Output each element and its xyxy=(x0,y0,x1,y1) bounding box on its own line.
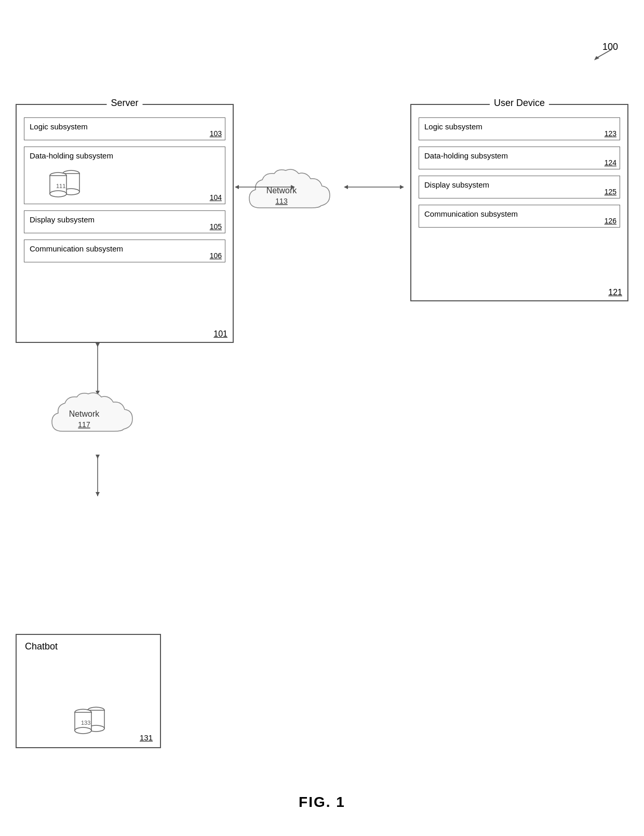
server-network-arrow xyxy=(234,182,296,192)
ud-comm-label: Communication subsystem xyxy=(424,209,518,218)
server-dataholding-subsystem: Data-holding subsystem 111 104 xyxy=(24,147,225,204)
server-title: Server xyxy=(106,98,142,109)
svg-text:117: 117 xyxy=(78,420,90,429)
server-comm-ref: 106 xyxy=(210,251,222,260)
ud-dataholding-ref: 124 xyxy=(605,158,616,167)
ud-dataholding-subsystem: Data-holding subsystem 124 xyxy=(419,147,620,169)
server-display-label: Display subsystem xyxy=(30,215,95,224)
server-ref: 101 xyxy=(213,329,227,339)
chatbot-box: Chatbot 131 133 xyxy=(16,634,161,748)
network-userdevice-arrow xyxy=(343,182,405,192)
server-dataholding-ref: 104 xyxy=(210,193,222,202)
server-logic-label: Logic subsystem xyxy=(30,122,88,131)
chatbot-db-icon: 133 xyxy=(70,701,106,737)
server-logic-ref: 103 xyxy=(210,129,222,138)
server-display-ref: 105 xyxy=(210,222,222,231)
ud-logic-label: Logic subsystem xyxy=(424,122,482,131)
arrow-100-icon xyxy=(591,47,617,62)
ud-comm-subsystem: Communication subsystem 126 xyxy=(419,205,620,228)
ud-display-label: Display subsystem xyxy=(424,180,489,189)
svg-marker-12 xyxy=(235,185,239,189)
cloud-113-icon: Network 113 xyxy=(244,166,338,223)
ud-logic-ref: 123 xyxy=(605,129,616,138)
svg-marker-23 xyxy=(96,455,100,459)
chatbot-title: Chatbot xyxy=(25,641,58,652)
server-logic-subsystem: Logic subsystem 103 xyxy=(24,117,225,140)
cloud-117-icon: Network 117 xyxy=(47,390,140,447)
svg-point-30 xyxy=(75,727,91,734)
svg-marker-13 xyxy=(291,185,295,189)
ud-logic-subsystem: Logic subsystem 123 xyxy=(419,117,620,140)
ud-dataholding-label: Data-holding subsystem xyxy=(424,151,508,160)
svg-text:133: 133 xyxy=(81,720,90,726)
ud-display-subsystem: Display subsystem 125 xyxy=(419,176,620,198)
network117-chatbot-arrow xyxy=(92,455,103,496)
svg-text:Network: Network xyxy=(69,409,100,418)
network-117: Network 117 xyxy=(42,384,145,452)
svg-marker-15 xyxy=(344,185,348,189)
svg-line-0 xyxy=(596,49,612,58)
server-box: Server Logic subsystem 103 Data-holding … xyxy=(16,104,234,343)
figure-label: FIG. 1 xyxy=(299,794,345,811)
svg-text:111: 111 xyxy=(56,183,65,189)
svg-marker-16 xyxy=(400,185,404,189)
server-display-subsystem: Display subsystem 105 xyxy=(24,210,225,233)
userdevice-ref: 121 xyxy=(608,288,622,297)
server-dataholding-label: Data-holding subsystem xyxy=(30,151,113,160)
svg-point-7 xyxy=(50,191,66,197)
userdevice-title: User Device xyxy=(490,98,549,109)
network-113: Network 113 xyxy=(239,161,343,229)
svg-marker-18 xyxy=(96,343,100,347)
ud-display-ref: 125 xyxy=(605,188,616,196)
ud-comm-ref: 126 xyxy=(605,217,616,225)
server-db-icon: 111 xyxy=(45,164,220,200)
userdevice-box: User Device Logic subsystem 123 Data-hol… xyxy=(410,104,628,301)
server-comm-subsystem: Communication subsystem 106 xyxy=(24,240,225,262)
svg-text:113: 113 xyxy=(275,197,288,205)
server-comm-label: Communication subsystem xyxy=(30,244,123,253)
chatbot-ref: 131 xyxy=(140,733,153,742)
svg-marker-24 xyxy=(96,492,100,496)
